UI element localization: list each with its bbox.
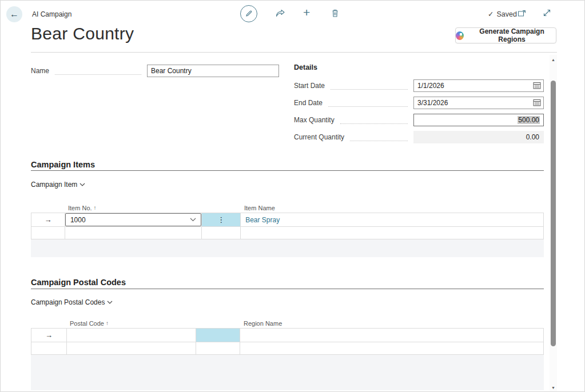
campaign-postal-codes-grid: Postal Code ↑ Region Name → [31, 318, 544, 390]
dotted-leader [331, 82, 408, 90]
item-no-value: 1000 [70, 216, 86, 224]
campaign-items-row-1: → 1000 ⋮ Bear Spray [31, 213, 544, 227]
ai-campaign-page: ← AI Campaign + ✓ Saved Bear Country [0, 0, 585, 392]
scroll-down-icon[interactable]: ▼ [550, 384, 557, 391]
postal-codes-grid-footer [31, 355, 544, 390]
back-arrow-icon: ← [10, 9, 19, 19]
item-name-cell[interactable]: Bear Spray [241, 213, 543, 226]
max-quantity-value: 500.00 [518, 116, 540, 124]
campaign-items-grid-footer [31, 239, 544, 257]
generate-campaign-regions-button[interactable]: Generate Campaign Regions [455, 27, 556, 43]
campaign-items-empty-row[interactable] [31, 227, 544, 239]
combobox-chevron-icon[interactable] [190, 218, 196, 222]
region-name-column-header[interactable]: Region Name [240, 318, 544, 328]
dotted-leader [328, 99, 408, 107]
expand-diagonal-icon [543, 9, 551, 17]
dotted-leader [55, 67, 141, 75]
chevron-down-icon [79, 183, 85, 186]
breadcrumb[interactable]: AI Campaign [32, 10, 71, 18]
share-button[interactable] [276, 9, 285, 18]
item-no-combobox[interactable]: 1000 [65, 213, 201, 226]
current-quantity-field: 0.00 [413, 131, 544, 143]
start-date-row: Start Date [294, 79, 544, 92]
save-status-label: Saved [496, 10, 516, 18]
plus-icon: + [303, 6, 310, 19]
item-no-column-header[interactable]: Item No. ↑ [65, 203, 202, 213]
new-button[interactable]: + [303, 6, 310, 19]
campaign-postal-codes-menu[interactable]: Campaign Postal Codes [31, 298, 113, 306]
save-status: ✓ Saved [488, 10, 517, 18]
campaign-items-rule [31, 170, 544, 171]
item-name-link[interactable]: Bear Spray [245, 216, 280, 224]
item-no-cell[interactable] [65, 227, 202, 239]
campaign-items-grid-header: Item No. ↑ Item Name [31, 203, 544, 213]
marker-column-header [31, 318, 66, 328]
name-label: Name [31, 67, 49, 75]
start-date-input[interactable] [413, 79, 544, 92]
active-row-marker: → [31, 329, 67, 342]
campaign-item-menu-label: Campaign Item [31, 181, 77, 189]
max-quantity-row: Max Quantity 500.00 [294, 114, 544, 126]
trash-icon [331, 9, 339, 18]
calendar-icon[interactable] [533, 99, 541, 106]
postal-code-cell[interactable] [67, 342, 197, 354]
scrollbar-thumb[interactable] [551, 81, 556, 346]
end-date-label: End Date [294, 99, 323, 107]
name-input[interactable] [147, 65, 279, 77]
end-date-row: End Date [294, 97, 544, 109]
end-date-input[interactable] [413, 97, 544, 109]
vertical-scrollbar[interactable]: ▲ ▼ [550, 55, 557, 392]
region-name-header-label: Region Name [244, 320, 282, 327]
back-button[interactable]: ← [6, 6, 22, 22]
item-no-cell[interactable]: 1000 [65, 213, 202, 226]
start-date-label: Start Date [294, 82, 325, 90]
max-quantity-input[interactable]: 500.00 [413, 114, 544, 126]
chevron-down-icon [107, 301, 113, 304]
pencil-icon [245, 10, 253, 18]
row-marker-icon: → [44, 215, 51, 224]
current-quantity-label: Current Quantity [294, 133, 344, 141]
item-name-cell[interactable] [241, 227, 543, 239]
campaign-item-menu[interactable]: Campaign Item [31, 181, 85, 189]
popout-icon [518, 10, 526, 17]
postal-codes-empty-row[interactable] [31, 342, 544, 355]
open-in-window-button[interactable] [518, 10, 526, 17]
campaign-postal-codes-menu-label: Campaign Postal Codes [31, 298, 105, 306]
campaign-items-grid: Item No. ↑ Item Name → 1000 [31, 203, 544, 257]
row-options-cell[interactable] [196, 342, 240, 354]
checkmark-icon: ✓ [488, 10, 494, 18]
title-divider [31, 52, 557, 53]
marker-cell [31, 227, 65, 239]
marker-cell [31, 342, 67, 354]
region-name-cell[interactable] [240, 342, 543, 354]
item-no-header-label: Item No. [68, 205, 92, 211]
ellipsis-icon[interactable]: ⋮ [217, 215, 225, 224]
row-options-cell-selected[interactable] [196, 329, 240, 342]
sort-ascending-icon: ↑ [106, 320, 109, 326]
max-quantity-label: Max Quantity [294, 116, 335, 124]
scroll-up-icon[interactable]: ▲ [550, 56, 557, 63]
calendar-icon[interactable] [533, 82, 541, 89]
postal-code-column-header[interactable]: Postal Code ↑ [66, 318, 196, 328]
marker-column-header [31, 203, 65, 213]
postal-code-header-label: Postal Code [70, 320, 104, 327]
item-name-header-label: Item Name [244, 205, 275, 211]
name-field-row: Name [31, 65, 279, 77]
options-column-header [202, 203, 241, 213]
fullscreen-button[interactable] [543, 9, 551, 17]
campaign-postal-codes-heading: Campaign Postal Codes [31, 278, 126, 287]
postal-codes-grid-header: Postal Code ↑ Region Name [31, 318, 544, 328]
edit-button[interactable] [240, 5, 257, 22]
copilot-icon [456, 31, 464, 40]
details-group-heading: Details [294, 63, 317, 71]
region-name-cell[interactable] [240, 329, 543, 342]
options-column-header [196, 318, 240, 328]
current-quantity-row: Current Quantity 0.00 [294, 131, 544, 143]
campaign-postal-codes-rule [31, 289, 544, 289]
current-quantity-value: 0.00 [526, 133, 539, 141]
delete-button[interactable] [331, 9, 339, 18]
row-options-cell[interactable] [202, 227, 241, 239]
item-name-column-header[interactable]: Item Name [241, 203, 544, 213]
row-options-cell[interactable]: ⋮ [202, 213, 241, 226]
postal-code-cell[interactable] [67, 329, 197, 342]
